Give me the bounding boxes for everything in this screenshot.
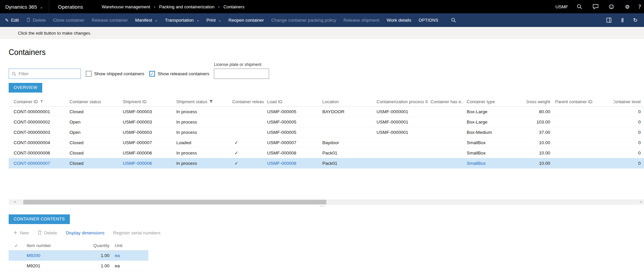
filter-input[interactable] <box>19 71 78 76</box>
column-header-containerization-process-id[interactable]: Containerization process ID <box>374 97 427 106</box>
column-header-container-id[interactable]: Container ID ↑ <box>9 97 67 106</box>
scroll-right-arrow-icon[interactable]: › <box>638 199 644 205</box>
search-icon[interactable] <box>571 4 587 9</box>
cell-shipment-id[interactable]: USMF-000006 <box>120 158 173 168</box>
show-released-containers-checkbox[interactable]: ✓ Show released containers <box>149 71 209 77</box>
change-container-packing-policy-button[interactable]: Change container packing policy <box>267 13 340 27</box>
related-info-pane-icon[interactable] <box>602 18 615 23</box>
pane-splitter-grip[interactable]: ⋯ <box>0 205 644 209</box>
cell-parent-container-id[interactable] <box>552 117 613 127</box>
help-icon[interactable]: ? <box>635 4 644 10</box>
release-shipment-button[interactable]: Release shipment <box>340 13 383 27</box>
breadcrumb-containers[interactable]: Containers <box>224 4 244 9</box>
cell-quantity[interactable]: 1.00 <box>85 261 112 271</box>
column-header-quantity[interactable]: Quantity <box>85 241 112 250</box>
cell-container-type[interactable]: SmallBox <box>464 148 526 158</box>
cell-quantity[interactable]: 1.00 <box>85 250 112 260</box>
cell-containerization-process-id[interactable] <box>374 148 427 158</box>
cell-container-status[interactable]: Closed <box>67 148 120 158</box>
column-header-location[interactable]: Location <box>319 97 374 106</box>
cell-shipment-id[interactable]: USMF-000007 <box>120 138 173 147</box>
cell-container-level[interactable]: 0 <box>613 158 644 168</box>
cell-container-status[interactable]: Closed <box>67 107 120 117</box>
cell-container-status[interactable]: Closed <box>67 158 120 168</box>
cell-shipment-status[interactable]: In process <box>173 158 229 168</box>
edit-button[interactable]: ✎ Edit <box>1 13 23 27</box>
cell-load-id[interactable]: USMF-000007 <box>264 138 319 147</box>
cell-unit[interactable]: ea <box>112 261 148 271</box>
cell-containerization-process-id[interactable]: USMF-0000001 <box>374 107 427 117</box>
cell-container-released[interactable] <box>229 117 264 127</box>
cell-location[interactable]: Pack01 <box>319 148 374 158</box>
cell-shipment-status[interactable]: In process <box>173 148 229 158</box>
cell-container-type[interactable]: SmallBox <box>464 138 526 147</box>
cell-container-has-errors[interactable] <box>427 127 464 137</box>
smiley-icon[interactable]: ☺ <box>603 4 619 10</box>
cell-container-level[interactable]: 0 <box>613 107 644 117</box>
app-name[interactable]: Operations <box>58 4 83 10</box>
cell-container-type[interactable]: Box-Large <box>464 117 526 127</box>
feedback-icon[interactable] <box>587 4 603 9</box>
scroll-left-arrow-icon[interactable]: ‹ <box>12 199 18 205</box>
cell-container-id[interactable]: CONT-000000001 <box>9 107 67 117</box>
cell-load-id[interactable]: USMF-000005 <box>264 127 319 137</box>
cell-location[interactable] <box>319 127 374 137</box>
delete-button[interactable]: Delete <box>23 13 50 27</box>
column-header-container-level[interactable]: Container level <box>613 97 644 106</box>
cell-container-released[interactable] <box>229 107 264 117</box>
cell-container-type[interactable]: SmallBox <box>464 158 526 168</box>
options-tab[interactable]: OPTIONS <box>415 13 442 27</box>
column-header-container-status[interactable]: Container status <box>67 97 120 106</box>
cell-load-id[interactable]: USMF-000005 <box>264 117 319 127</box>
cell-container-has-errors[interactable] <box>427 117 464 127</box>
cell-item-number[interactable]: M9201 <box>24 261 85 271</box>
attachments-icon[interactable] <box>615 18 629 23</box>
table-row[interactable]: CONT-000000004 Closed USMF-000007 Loaded… <box>9 138 644 148</box>
tab-overview[interactable]: OVERVIEW <box>9 83 42 93</box>
cell-container-status[interactable]: Open <box>67 127 120 137</box>
table-row-selected[interactable]: CONT-000000007 Closed USMF-000006 In pro… <box>9 158 644 168</box>
cell-container-id[interactable]: CONT-000000004 <box>9 138 67 147</box>
cell-parent-container-id[interactable] <box>552 158 613 168</box>
column-header-container-has-errors[interactable]: Container has e... <box>427 97 464 106</box>
transportation-menu-button[interactable]: Transportation ⌄ <box>161 13 203 27</box>
cell-shipment-id[interactable]: USMF-000006 <box>120 148 173 158</box>
scrollbar-thumb[interactable] <box>23 200 326 204</box>
action-search-icon[interactable] <box>447 13 460 27</box>
column-header-gross-weight[interactable]: Gross weight <box>526 97 552 106</box>
cell-gross-weight[interactable]: 10.00 <box>526 148 552 158</box>
cell-shipment-status[interactable]: In process <box>173 107 229 117</box>
print-menu-button[interactable]: Print ⌄ <box>203 13 225 27</box>
cell-parent-container-id[interactable] <box>552 127 613 137</box>
work-details-button[interactable]: Work details <box>383 13 415 27</box>
column-header-container-released[interactable]: Container releas... <box>229 97 264 106</box>
cell-location[interactable]: BAYDOOR <box>319 107 374 117</box>
cell-location[interactable]: Pack01 <box>319 158 374 168</box>
breadcrumb-warehouse-management[interactable]: Warehouse management <box>102 4 150 9</box>
cell-container-id[interactable]: CONT-000000003 <box>9 127 67 137</box>
cell-shipment-status[interactable]: In process <box>173 117 229 127</box>
column-header-unit[interactable]: Unit <box>112 241 148 250</box>
register-serial-numbers-button[interactable]: Register serial numbers <box>113 230 161 235</box>
cell-parent-container-id[interactable] <box>552 148 613 158</box>
cell-container-released[interactable]: ✓ <box>229 138 264 147</box>
column-header-load-id[interactable]: Load ID <box>264 97 319 106</box>
close-container-button[interactable]: Close container <box>50 13 88 27</box>
gear-icon[interactable]: ⚙ <box>619 4 635 10</box>
table-row[interactable]: CONT-000000006 Closed USMF-000006 In pro… <box>9 148 644 158</box>
cell-container-released[interactable]: ✓ <box>229 148 264 158</box>
breadcrumb-packing-and-containerization[interactable]: Packing and containerization <box>159 4 214 9</box>
cell-load-id[interactable]: USMF-000008 <box>264 148 319 158</box>
cell-location[interactable]: Baydoor <box>319 138 374 147</box>
cell-shipment-id[interactable]: USMF-000003 <box>120 127 173 137</box>
cell-location[interactable] <box>319 117 374 127</box>
list-item[interactable]: M9201 1.00 ea <box>9 261 148 271</box>
dynamics-home-button[interactable]: Dynamics 365 ⌄ <box>0 0 49 13</box>
cell-container-has-errors[interactable] <box>427 148 464 158</box>
cell-parent-container-id[interactable] <box>552 107 613 117</box>
cell-load-id[interactable]: USMF-000008 <box>264 158 319 168</box>
cell-container-has-errors[interactable] <box>427 107 464 117</box>
cell-containerization-process-id[interactable]: USMF-0000001 <box>374 127 427 137</box>
cell-container-status[interactable]: Open <box>67 117 120 127</box>
cell-shipment-status[interactable]: In process <box>173 127 229 137</box>
